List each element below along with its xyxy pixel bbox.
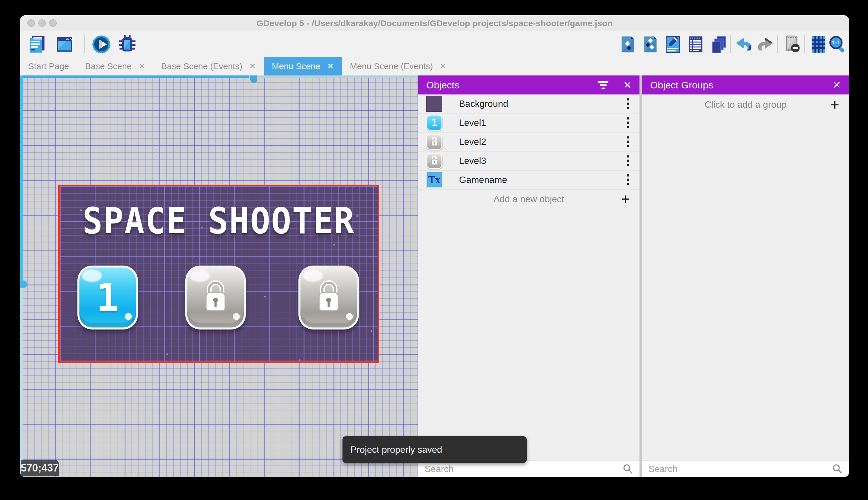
search-icon[interactable]: [622, 463, 633, 474]
objects-panel: Objects ✕ Background 1 Level1 Level2 Lev…: [418, 76, 640, 477]
svg-text:1:1: 1:1: [832, 40, 840, 46]
kebab-menu-icon[interactable]: [625, 172, 631, 187]
cursor-coordinates: 570;437: [21, 460, 59, 476]
lock-icon: [199, 278, 233, 317]
tab-label: Menu Scene: [272, 61, 320, 71]
vertical-scrollbar-marker[interactable]: [20, 281, 27, 288]
tab-base-scene[interactable]: Base Scene ✕: [77, 57, 153, 76]
zoom-ratio-icon[interactable]: 1:1: [828, 35, 847, 54]
background-thumbnail: [426, 95, 442, 112]
minimize-window-button[interactable]: [38, 19, 46, 27]
horizontal-scrollbar-thumb[interactable]: [20, 76, 249, 78]
objects-panel-title: Objects: [426, 79, 459, 91]
close-icon[interactable]: ✕: [833, 79, 841, 91]
panel-resize-handle[interactable]: [640, 76, 642, 477]
level1-number: 1: [80, 268, 136, 328]
level3-thumbnail: [426, 153, 442, 169]
objects-search-input[interactable]: [424, 464, 622, 474]
add-group-row[interactable]: Click to add a group +: [642, 94, 849, 115]
object-row-gamename[interactable]: Tx Gamename: [418, 171, 640, 190]
tab-label: Menu Scene (Events): [350, 61, 433, 71]
tab-menu-scene-events[interactable]: Menu Scene (Events) ✕: [342, 57, 455, 76]
kebab-menu-icon[interactable]: [625, 135, 631, 149]
scene-editor-canvas[interactable]: SPACE SHOOTER 1 570;437: [20, 76, 418, 477]
close-tab-icon[interactable]: ✕: [440, 61, 446, 71]
scene-window-icon[interactable]: [55, 35, 74, 54]
titlebar: GDevelop 5 - /Users/dkarakay/Documents/G…: [20, 15, 849, 31]
filter-icon[interactable]: [598, 81, 608, 89]
tab-menu-scene[interactable]: Menu Scene ✕: [264, 57, 342, 76]
tabbar: Start Page Base Scene ✕ Base Scene (Even…: [20, 57, 849, 76]
toolbar-divider: [84, 35, 85, 53]
redo-icon[interactable]: [756, 35, 776, 54]
level1-button-instance[interactable]: 1: [78, 265, 138, 329]
plus-icon[interactable]: +: [831, 96, 839, 113]
properties-icon[interactable]: [663, 35, 683, 54]
close-tab-icon[interactable]: ✕: [327, 61, 334, 71]
kebab-menu-icon[interactable]: [625, 96, 631, 111]
plus-icon[interactable]: +: [621, 190, 630, 208]
object-groups-icon[interactable]: [641, 35, 660, 54]
object-groups-panel: Object Groups ✕ Click to add a group +: [642, 76, 849, 477]
close-tab-icon[interactable]: ✕: [139, 61, 145, 71]
level3-button-instance[interactable]: [298, 265, 359, 329]
tab-base-scene-events[interactable]: Base Scene (Events) ✕: [153, 57, 263, 76]
objects-search-bar: [418, 461, 640, 477]
tab-start-page[interactable]: Start Page: [20, 57, 77, 76]
kebab-menu-icon[interactable]: [625, 154, 631, 168]
gamename-thumbnail: Tx: [426, 172, 442, 188]
close-tab-icon[interactable]: ✕: [249, 61, 256, 71]
object-row-level2[interactable]: Level2: [418, 133, 640, 151]
grid-icon[interactable]: [809, 35, 828, 54]
object-row-level1[interactable]: 1 Level1: [418, 113, 640, 133]
object-row-background[interactable]: Background: [418, 94, 640, 113]
toolbar: 1:1: [20, 31, 849, 57]
zoom-window-button[interactable]: [49, 19, 57, 27]
tab-label: Base Scene: [85, 61, 132, 71]
save-toast: Project properly saved: [342, 436, 527, 463]
gamename-text-instance[interactable]: SPACE SHOOTER: [60, 200, 378, 242]
window-mask-icon[interactable]: [782, 35, 802, 54]
close-window-button[interactable]: [27, 19, 35, 27]
objects-panel-header: Objects ✕: [418, 76, 640, 94]
groups-search-bar: [642, 461, 849, 477]
window-title: GDevelop 5 - /Users/dkarakay/Documents/G…: [78, 15, 791, 31]
tab-label: Start Page: [28, 61, 69, 71]
project-manager-icon[interactable]: [27, 35, 47, 54]
horizontal-scrollbar-marker[interactable]: [250, 76, 257, 83]
object-groups-panel-header: Object Groups ✕: [642, 76, 849, 94]
objects-editor-icon[interactable]: [618, 35, 637, 54]
gdevelop-window: GDevelop 5 - /Users/dkarakay/Documents/G…: [20, 15, 849, 477]
scene-area[interactable]: SPACE SHOOTER 1: [58, 185, 379, 363]
undo-icon[interactable]: [734, 35, 753, 54]
add-object-row[interactable]: Add a new object +: [418, 190, 640, 208]
kebab-menu-icon[interactable]: [625, 115, 631, 130]
lock-icon: [312, 278, 345, 317]
instances-list-icon[interactable]: [686, 35, 705, 54]
debug-preview-icon[interactable]: [117, 35, 137, 54]
tab-label: Base Scene (Events): [161, 61, 242, 71]
toolbar-divider: [777, 35, 778, 53]
object-groups-panel-title: Object Groups: [650, 79, 713, 91]
level2-button-instance[interactable]: [185, 265, 246, 329]
preview-icon[interactable]: [92, 35, 111, 54]
toolbar-divider: [805, 35, 805, 53]
close-icon[interactable]: ✕: [623, 79, 632, 91]
level2-thumbnail: [426, 134, 442, 150]
search-icon[interactable]: [832, 463, 843, 474]
layers-icon[interactable]: [708, 35, 728, 54]
toolbar-divider: [730, 35, 731, 53]
level1-thumbnail: 1: [426, 115, 442, 131]
object-row-level3[interactable]: Level3: [418, 151, 640, 171]
vertical-scrollbar-thumb[interactable]: [20, 76, 23, 281]
groups-search-input[interactable]: [648, 464, 832, 474]
